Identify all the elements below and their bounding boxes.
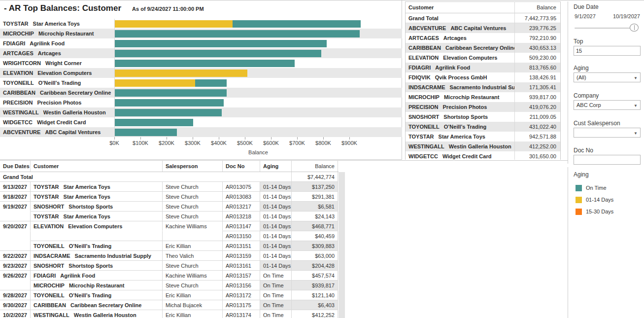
bar-segment[interactable] <box>114 99 224 106</box>
bar-chart-panel: - AR Top Balances: Customer As of 9/24/2… <box>0 0 402 160</box>
detail-table-row[interactable]: 9/26/2027 FDIAGRIAgrilink Food Kachine W… <box>0 271 339 281</box>
detail-table-row[interactable]: 10/2/2027 WESTINGALLWestin Galleria Hous… <box>0 310 339 318</box>
customer-code: FDIAGRI <box>3 40 25 46</box>
bar-row-label: ELEVATIONElevation Computers <box>0 70 114 76</box>
detail-col-doc-no[interactable]: Doc No <box>223 161 260 172</box>
bar-segment[interactable] <box>114 129 177 136</box>
detail-table-row[interactable]: 9/30/2027 CARIBBEANCaribbean Secretary O… <box>0 300 339 310</box>
customer-code: INDSACRAME <box>34 253 70 259</box>
bar-chart-row[interactable]: WIDGETCCWidget Credit Card <box>0 117 402 127</box>
legend-item[interactable]: 01-14 Days <box>576 194 613 206</box>
summary-table-row[interactable]: FDIAGRIAgrilink Food 813,765.60 <box>406 63 560 72</box>
bar-segment[interactable] <box>114 89 227 97</box>
summary-table-row[interactable]: WESTINGALLWestin Galleria Houston 412,25… <box>406 141 560 151</box>
detail-salesperson-cell: Steve Church <box>163 281 223 290</box>
summary-table-row[interactable]: INDSACRAMESacramento Industrial Su.. 171… <box>406 82 560 92</box>
summary-table-row[interactable]: PRECISIONPrecision Photos 419,076.20 <box>406 102 560 112</box>
bar-segment[interactable] <box>114 79 195 87</box>
bar-chart-row[interactable]: WRIGHTCORNWright Corner <box>0 58 402 68</box>
bar-segment[interactable] <box>114 60 295 67</box>
summary-table-row[interactable]: ARTCAGESArtcages 792,210.90 <box>406 33 560 43</box>
bar-segment[interactable] <box>114 119 193 126</box>
aging-filter-dropdown[interactable]: (All) ▼ <box>574 72 641 82</box>
due-date-slider-handle[interactable] <box>630 24 639 32</box>
bar-segment[interactable] <box>114 40 327 47</box>
detail-table-row[interactable]: 9/28/2027 TOYONEILLO’Neill’s Trading Eri… <box>0 290 339 300</box>
summary-table-row[interactable]: TOYONEILLO’Neill’s Trading 431,022.40 <box>406 122 560 132</box>
bar-segment[interactable] <box>114 109 222 116</box>
detail-table-row[interactable]: TOYONEILLO’Neill’s Trading Eric Killian … <box>0 241 339 251</box>
summary-table-row[interactable]: SNOSHORTShortstop Sports 211,009.05 <box>406 112 560 122</box>
customer-code: TOYONEILL <box>3 80 34 86</box>
company-filter-dropdown[interactable]: ABC Corp ▼ <box>574 100 641 110</box>
page-title: - AR Top Balances: Customer <box>4 3 121 13</box>
bar-chart-row[interactable]: ARTCAGESArtcages <box>0 48 402 58</box>
detail-table-row[interactable]: 9/23/2027 SNOSHORTShortstop Sports Steve… <box>0 261 339 271</box>
detail-doc-no-cell: AR013156 <box>223 281 260 290</box>
detail-table-row[interactable]: 9/22/2027 INDSACRAMESacramento Industria… <box>0 251 339 261</box>
detail-table-scrollbar[interactable] <box>339 172 345 318</box>
detail-aging-cell: On Time <box>260 300 292 310</box>
summary-table-row[interactable]: ABCVENTUREABC Capital Ventures 239,776.2… <box>406 23 560 33</box>
detail-table-row[interactable]: 9/18/2027 TOYSTARStar America Toys Steve… <box>0 192 339 202</box>
due-date-slider-track[interactable] <box>575 28 638 29</box>
bar-row-label: MICROCHIPMicrochip Restaurant <box>0 31 114 36</box>
detail-col-due-dates[interactable]: Due Dates <box>0 161 31 172</box>
detail-table-row[interactable]: TOYSTARStar America Toys Steve Church AR… <box>0 212 339 221</box>
summary-col-customer[interactable]: Customer <box>406 4 515 10</box>
detail-table-row[interactable]: 9/20/2027 ELEVATIONElevation Computers K… <box>0 221 339 231</box>
legend-item[interactable]: 15-30 Days <box>576 206 613 217</box>
detail-aging-cell: 01-14 Days <box>260 221 292 231</box>
bar-chart-row[interactable]: ABCVENTUREABC Capital Ventures <box>0 127 402 137</box>
bar-chart-row[interactable]: MICROCHIPMicrochip Restaurant <box>0 29 402 38</box>
summary-col-balance[interactable]: Balance <box>515 4 560 10</box>
doc-no-filter-input[interactable] <box>574 155 641 165</box>
legend-swatch-icon <box>576 209 582 215</box>
bar-chart-row[interactable]: PRECISIONPrecision Photos <box>0 98 402 107</box>
legend-item-label: 01-14 Days <box>586 197 613 203</box>
bar-segment[interactable] <box>114 20 233 28</box>
bar-chart-row[interactable]: WESTINGALLWestin Galleria Houston <box>0 107 402 117</box>
summary-customer-cell: ELEVATIONElevation Computers <box>406 55 515 61</box>
chevron-down-icon: ▼ <box>634 131 638 136</box>
bar-segment[interactable] <box>114 70 247 77</box>
bar-row-label: WIDGETCCWidget Credit Card <box>0 119 114 125</box>
summary-table-row[interactable]: TOYSTARStar America Toys 942,571.88 <box>406 132 560 141</box>
summary-table-row[interactable]: CARIBBEANCaribbean Secretary Online 430,… <box>406 43 560 53</box>
detail-col-salesperson[interactable]: Salesperson <box>163 161 223 172</box>
detail-table-row[interactable]: 9/19/2027 SNOSHORTShortstop Sports Steve… <box>0 202 339 212</box>
detail-col-balance[interactable]: Balance <box>292 161 338 172</box>
top-filter-input[interactable] <box>574 46 641 56</box>
bar-segment[interactable] <box>233 20 361 28</box>
summary-table-row[interactable]: MICROCHIPMicrochip Restaurant 939,817.00 <box>406 92 560 102</box>
bar-segment[interactable] <box>195 79 227 87</box>
summary-customer-cell: INDSACRAMESacramento Industrial Su.. <box>406 84 515 90</box>
summary-table-row[interactable]: ELEVATIONElevation Computers 509,230.00 <box>406 53 560 63</box>
detail-col-aging[interactable]: Aging <box>260 161 292 172</box>
bar-chart-row[interactable]: ELEVATIONElevation Computers <box>0 68 402 78</box>
bar-segment[interactable] <box>114 30 360 37</box>
detail-due-cell: 9/20/2027 <box>0 221 31 231</box>
detail-doc-no-cell: AR013161 <box>223 261 260 271</box>
bar-chart-row[interactable]: TOYONEILLO’Neill’s Trading <box>0 78 402 88</box>
cust-salesperson-dropdown[interactable]: ▼ <box>574 128 641 138</box>
axis-tick-mark <box>219 137 219 140</box>
customer-name: Caribbean Secretary Online <box>40 90 111 96</box>
bar-chart-row[interactable]: FDIAGRIAgrilink Food <box>0 38 402 48</box>
bar-track <box>114 127 402 137</box>
bar-chart-row[interactable]: CARIBBEANCaribbean Secretary Online <box>0 88 402 98</box>
detail-table-row[interactable]: 9/13/2027 TOYSTARStar America Toys Steve… <box>0 182 339 192</box>
summary-grand-total-row: Grand Total 7,442,773.95 <box>406 13 560 23</box>
bar-chart-row[interactable]: TOYSTARStar America Toys <box>0 19 402 29</box>
summary-table-row[interactable]: FDIQVIKQvik Process GmbH 138,426.91 <box>406 72 560 82</box>
bar-segments <box>114 70 247 77</box>
bar-segment[interactable] <box>114 50 321 57</box>
detail-table-row[interactable]: AR013150 01-14 Days $40,459 <box>0 231 339 241</box>
legend-item[interactable]: On Time <box>576 182 613 194</box>
detail-col-customer[interactable]: Customer <box>31 161 163 172</box>
summary-table-row[interactable]: WIDGETCCWidget Credit Card 301,650.00 <box>406 151 560 160</box>
bar-segments <box>114 50 321 57</box>
customer-name: Shortstop Sports <box>443 114 488 120</box>
detail-table-row[interactable]: MICROCHIPMicrochip Restaurant Steve Chur… <box>0 281 339 290</box>
bar-row-label: ARTCAGESArtcages <box>0 50 114 56</box>
